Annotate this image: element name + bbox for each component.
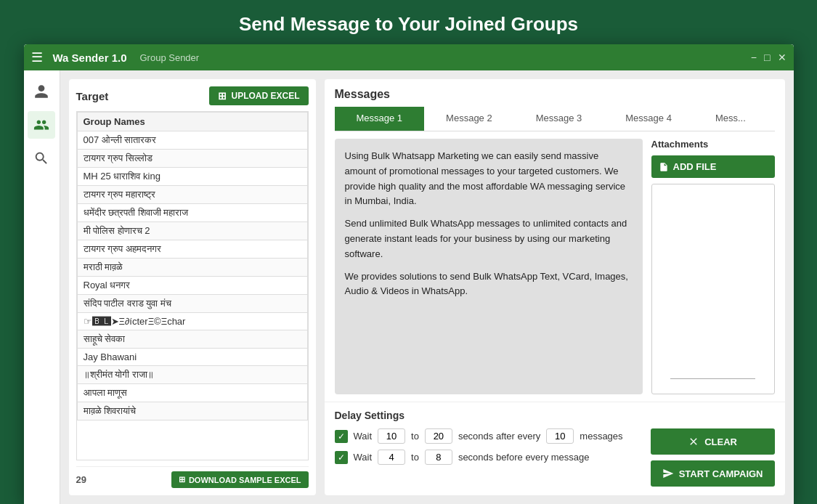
- table-row[interactable]: धमेंदीर छत्रपती शिवाजी महाराज: [77, 204, 307, 222]
- right-panel: Messages Message 1Message 2Message 3Mess…: [325, 79, 785, 495]
- message-area: Using Bulk Whatsapp Marketing we can eas…: [325, 131, 785, 402]
- delay-row-1: ✓ Wait to seconds after every messages: [335, 428, 651, 444]
- table-row[interactable]: मी पोलिस होणारच 2: [77, 222, 307, 240]
- download-sample-button[interactable]: ⊞ DOWNLOAD SAMPLE EXCEL: [171, 471, 309, 488]
- table-row[interactable]: Royal धनगर: [77, 277, 307, 295]
- sidebar-item-tools[interactable]: [28, 145, 55, 172]
- left-panel-header: Target ⊞ UPLOAD EXCEL: [76, 86, 309, 105]
- wait-label-2: Wait: [354, 452, 373, 463]
- delay-rows: ✓ Wait to seconds after every messages: [335, 428, 651, 471]
- message-tabs: Message 1Message 2Message 3Message 4Mess…: [335, 107, 775, 131]
- page-title: Send Message to Your Joined Groups: [0, 0, 817, 44]
- minimize-button[interactable]: −: [751, 52, 757, 63]
- delay-settings: Delay Settings ✓ Wait to seconds after e…: [325, 402, 785, 495]
- group-name-cell: टायगर ग्रुप सिल्लोड: [77, 150, 307, 168]
- action-buttons: CLEAR START CAMPAIGN: [651, 428, 775, 487]
- close-button[interactable]: ✕: [778, 52, 786, 63]
- titlebar: ☰ Wa Sender 1.0 Group Sender − □ ✕: [24, 44, 794, 70]
- wait-label-1: Wait: [354, 431, 373, 442]
- upload-excel-label: UPLOAD EXCEL: [231, 91, 299, 101]
- message-tab-4[interactable]: Message 4: [603, 107, 694, 131]
- table-row[interactable]: ॥श्रीमंत योगी राजा॥: [77, 366, 307, 384]
- app-name: Wa Sender 1.0: [53, 52, 127, 64]
- messages-title: Messages: [335, 88, 775, 101]
- table-row[interactable]: मराठी माव़ळे: [77, 259, 307, 277]
- attachment-line: [670, 378, 756, 379]
- sidebar-item-group[interactable]: [28, 111, 55, 139]
- group-name-cell: टायगर ग्रुप महाराष्ट्र: [77, 186, 307, 204]
- table-row[interactable]: MH 25 धाराशिव king: [77, 168, 307, 186]
- group-name-cell: धमेंदीर छत्रपती शिवाजी महाराज: [77, 204, 307, 222]
- delay-row-2: ✓ Wait to seconds before every message: [335, 450, 651, 465]
- table-row[interactable]: टायगर ग्रुप अहमदनगर: [77, 240, 307, 259]
- message-paragraph: We provides solutions to send Bulk Whats…: [345, 269, 633, 300]
- start-campaign-button[interactable]: START CAMPAIGN: [651, 460, 775, 487]
- maximize-button[interactable]: □: [764, 52, 770, 63]
- attachment-preview-box: [651, 184, 775, 394]
- sidebar-item-person[interactable]: [28, 78, 55, 105]
- add-file-button[interactable]: ADD FILE: [651, 155, 775, 178]
- window-controls: − □ ✕: [751, 52, 786, 63]
- table-row[interactable]: टायगर ग्रुप महाराष्ट्र: [77, 186, 307, 204]
- group-name-cell: मी पोलिस होणारच 2: [77, 222, 307, 240]
- sidebar: [24, 70, 60, 504]
- table-row[interactable]: संदिप पाटील वराड युवा मंच: [77, 295, 307, 313]
- group-name-cell: 007 ओन्ली सातारकर: [77, 131, 307, 150]
- left-panel-footer: 29 ⊞ DOWNLOAD SAMPLE EXCEL: [76, 466, 309, 488]
- message-paragraph: Send unlimited Bulk WhatsApp messages to…: [345, 216, 633, 261]
- attachments-label: Attachments: [651, 139, 775, 150]
- to-label-1: to: [411, 431, 419, 442]
- delay-checkbox-1[interactable]: ✓: [335, 430, 348, 443]
- table-row[interactable]: माव़ळे शिवरायांचे: [77, 402, 307, 420]
- group-name-cell: संदिप पाटील वराड युवा मंच: [77, 295, 307, 313]
- message-tab-3[interactable]: Message 3: [514, 107, 604, 131]
- group-name-cell: ☞🅱🅻➤Ξ∂ícterΞ©Ξchar: [77, 313, 307, 330]
- download-label: DOWNLOAD SAMPLE EXCEL: [189, 476, 301, 484]
- group-name-cell: MH 25 धाराशिव king: [77, 168, 307, 186]
- table-row[interactable]: टायगर ग्रुप सिल्लोड: [77, 150, 307, 168]
- table-row[interactable]: ☞🅱🅻➤Ξ∂ícterΞ©Ξchar: [77, 313, 307, 330]
- wait-to-1[interactable]: [425, 428, 452, 444]
- hamburger-icon[interactable]: ☰: [31, 49, 43, 65]
- group-table: Group Names 007 ओन्ली सातारकरटायगर ग्रुप…: [77, 112, 308, 420]
- app-body: Target ⊞ UPLOAD EXCEL Group Names: [24, 70, 794, 504]
- delay-settings-title: Delay Settings: [335, 410, 775, 421]
- seconds-label-2: seconds before every message: [458, 452, 590, 463]
- group-name-cell: Jay Bhawani: [77, 349, 307, 366]
- app-subtitle: Group Sender: [139, 52, 199, 63]
- message-paragraph: Using Bulk Whatsapp Marketing we can eas…: [345, 149, 633, 209]
- group-name-cell: मराठी माव़ळे: [77, 259, 307, 277]
- message-tab-1[interactable]: Message 1: [335, 107, 425, 131]
- group-name-cell: आपला माणूस: [77, 384, 307, 402]
- message-tab-2[interactable]: Message 2: [424, 107, 514, 131]
- clear-button[interactable]: CLEAR: [651, 428, 775, 455]
- to-label-2: to: [411, 452, 419, 463]
- left-panel: Target ⊞ UPLOAD EXCEL Group Names: [69, 79, 316, 495]
- group-name-cell: टायगर ग्रुप अहमदनगर: [77, 240, 307, 259]
- seconds-label-1: seconds after every: [458, 431, 540, 442]
- every-input-1[interactable]: [546, 428, 574, 444]
- start-campaign-label: START CAMPAIGN: [679, 468, 763, 479]
- upload-excel-button[interactable]: ⊞ UPLOAD EXCEL: [209, 86, 308, 105]
- message-tab-5[interactable]: Mess...: [694, 107, 768, 131]
- group-name-cell: माव़ळे शिवरायांचे: [77, 402, 307, 420]
- excel-icon: ⊞: [218, 90, 227, 102]
- main-content: Target ⊞ UPLOAD EXCEL Group Names: [60, 70, 794, 504]
- column-header: Group Names: [77, 113, 307, 131]
- group-name-cell: Royal धनगर: [77, 277, 307, 295]
- wait-to-2[interactable]: [425, 450, 452, 465]
- delay-checkbox-2[interactable]: ✓: [335, 451, 348, 464]
- group-table-wrapper[interactable]: Group Names 007 ओन्ली सातारकरटायगर ग्रुप…: [76, 111, 309, 460]
- table-row[interactable]: Jay Bhawani: [77, 349, 307, 366]
- clear-label: CLEAR: [704, 436, 737, 447]
- attachments-panel: Attachments ADD FILE: [651, 139, 775, 394]
- row-count: 29: [76, 474, 86, 485]
- wait-from-1[interactable]: [378, 428, 405, 444]
- group-name-cell: साहूचे सेवका: [77, 330, 307, 349]
- table-row[interactable]: साहूचे सेवका: [77, 330, 307, 349]
- table-row[interactable]: आपला माणूस: [77, 384, 307, 402]
- message-body[interactable]: Using Bulk Whatsapp Marketing we can eas…: [335, 139, 643, 394]
- table-row[interactable]: 007 ओन्ली सातारकर: [77, 131, 307, 150]
- wait-from-2[interactable]: [378, 450, 405, 465]
- right-panel-header: Messages Message 1Message 2Message 3Mess…: [325, 79, 785, 131]
